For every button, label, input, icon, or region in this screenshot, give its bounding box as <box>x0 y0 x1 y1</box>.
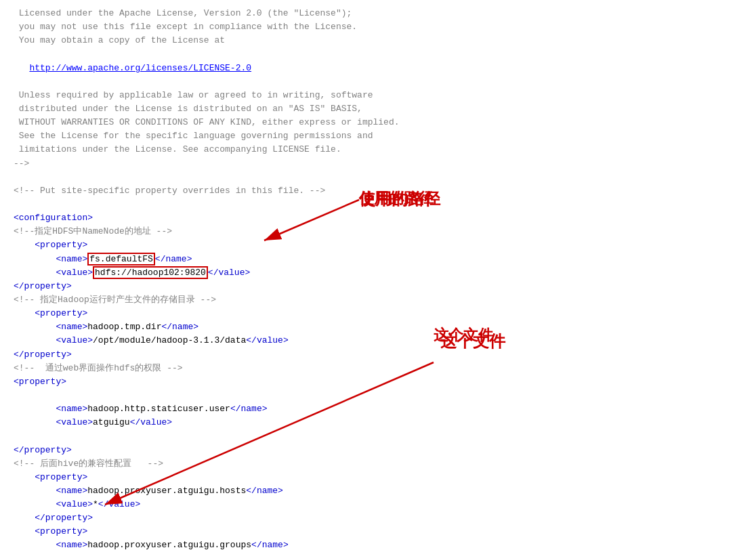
code-line: <value>/opt/module/hadoop-3.1.3/data</va… <box>0 334 756 347</box>
code-line: you may not use this file except in comp… <box>0 20 756 34</box>
code-line: <value>hdfs://hadoop102:9820</value> <box>0 266 756 280</box>
code-line <box>0 389 756 402</box>
code-line: You may obtain a copy of the License at <box>0 34 756 47</box>
code-line: <!-- 指定Hadoop运行时产生文件的存储目录 --> <box>0 293 756 307</box>
code-line: <value>*</value> <box>0 498 756 511</box>
code-line: <!-- 通过web界面操作hdfs的权限 --> <box>0 362 756 375</box>
code-line: Unless required by applicable law or agr… <box>0 89 756 102</box>
code-line <box>0 47 756 61</box>
code-line: <name>hadoop.proxyuser.atguigu.groups</n… <box>0 538 756 550</box>
editor-area: Licensed under the Apache License, Versi… <box>0 0 756 550</box>
code-line <box>0 198 756 211</box>
code-line <box>0 171 756 184</box>
code-line: <property> <box>0 307 756 320</box>
code-line: <!-- 后面hive的兼容性配置 --> <box>0 457 756 471</box>
code-line: <name>hadoop.http.staticuser.user</name> <box>0 402 756 416</box>
code-line: <!-- Put site-specific property override… <box>0 184 756 198</box>
code-line: limitations under the License. See accom… <box>0 143 756 156</box>
code-line: <name>fs.defaultFS</name> <box>0 253 756 266</box>
code-line: distributed under the License is distrib… <box>0 102 756 116</box>
code-line: --> <box>0 157 756 171</box>
code-line: See the License for the specific languag… <box>0 129 756 143</box>
code-line: http://www.apache.org/licenses/LICENSE-2… <box>0 62 756 75</box>
code-line: <name>hadoop.tmp.dir</name> <box>0 320 756 334</box>
code-line: </property> <box>0 348 756 362</box>
code-line: <name>hadoop.proxyuser.atguigu.hosts</na… <box>0 484 756 498</box>
code-line: </property> <box>0 444 756 457</box>
code-line <box>0 75 756 89</box>
code-line: <property> <box>0 471 756 484</box>
code-line: <property> <box>0 525 756 538</box>
code-line: <configuration> <box>0 211 756 225</box>
code-line: <property> <box>0 238 756 252</box>
code-line <box>0 429 756 443</box>
url-link[interactable]: http://www.apache.org/licenses/LICENSE-2… <box>29 63 251 73</box>
code-line: Licensed under the Apache License, Versi… <box>0 7 756 20</box>
code-line: </property> <box>0 511 756 525</box>
code-line: <property> <box>0 375 756 389</box>
code-line: </property> <box>0 280 756 293</box>
code-line: WITHOUT WARRANTIES OR CONDITIONS OF ANY … <box>0 116 756 129</box>
code-line: <!--指定HDFS中NameNode的地址 --> <box>0 225 756 238</box>
code-line: <value>atguigu</value> <box>0 416 756 429</box>
